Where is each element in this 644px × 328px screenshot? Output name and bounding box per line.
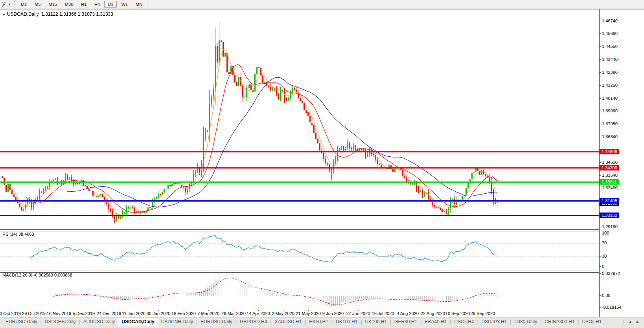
tab-scroll-right-icon[interactable]: ► xyxy=(634,320,642,324)
y-axis-tick: 1.46740 xyxy=(602,18,618,23)
y-axis-tick: 1.37950 xyxy=(602,121,618,126)
chart-tab-bar: EURUSD,Daily|USDCHF,Daily|AUDUSD,DailyUS… xyxy=(0,317,644,328)
rsi-scale-label: 0 xyxy=(602,264,604,269)
x-axis-date: 22 Aug 2020 xyxy=(421,311,445,316)
timeframe-button-w1[interactable]: W1 xyxy=(118,1,131,8)
y-axis-tick: 1.44550 xyxy=(602,44,618,49)
chart-tab-eurusd-daily[interactable]: EURUSD,Daily xyxy=(197,317,236,326)
x-axis-date: 16 Nov 2019 xyxy=(47,311,71,316)
y-axis-tick: 1.40140 xyxy=(602,96,618,101)
x-axis-date: 29 Oct 2019 xyxy=(22,311,46,316)
timeframe-button-m1[interactable]: M1 xyxy=(17,1,30,8)
timeframe-button-m5[interactable]: M5 xyxy=(31,1,44,8)
x-axis-date: 24 Dec 2019 xyxy=(97,311,121,316)
y-axis-tick: 1.33540 xyxy=(602,173,618,178)
x-axis-date: 27 Jun 2020 xyxy=(346,311,370,316)
chart-tab-usdcad-daily[interactable]: USDCAD,Daily xyxy=(118,317,158,326)
chart-tab-usoil-h1[interactable]: USOil,H1 xyxy=(579,317,605,326)
chart-title: ▼USDCAD,Daily 1.31122 1.31366 1.31073 1.… xyxy=(2,11,113,17)
tool-dropdown-caret-icon[interactable]: ▼ xyxy=(8,3,11,6)
chart-tab-gbpusd-h4[interactable]: GBPUSD,H4 xyxy=(237,317,270,326)
chart-tab-usdjpy-h1[interactable]: USDJPY,H1 xyxy=(478,317,510,326)
chart-tab-eurusd-daily[interactable]: EURUSD,Daily xyxy=(2,317,40,326)
timeframe-button-m15[interactable]: M15 xyxy=(45,1,60,8)
chart-tab-dj30-daily[interactable]: DJ30,Daily xyxy=(511,317,540,326)
pane-splitter[interactable] xyxy=(0,271,644,273)
chart-tab-china300-h1[interactable]: CHINA300,H1 xyxy=(541,317,578,326)
timeframe-button-d1[interactable]: D1 xyxy=(104,1,117,8)
rsi-scale-label: 30 xyxy=(602,254,607,258)
tab-separator: | xyxy=(623,319,624,324)
rsi-label: RSI(14) 38.4663 xyxy=(2,232,34,236)
y-axis-tick: 1.34650 xyxy=(602,160,618,165)
x-axis-date: 7 Mar 2020 xyxy=(197,311,219,316)
x-axis-date: 10 Sep 2020 xyxy=(445,311,470,316)
x-axis-date: 11 Jan 2020 xyxy=(122,311,145,316)
x-axis-date: 9 Jun 2020 xyxy=(322,311,344,316)
timeframe-button-mn[interactable]: MN xyxy=(132,1,146,8)
macd-scale-label: 0.00 xyxy=(602,293,610,298)
chart-window: ▼USDCAD,Daily 1.31122 1.31366 1.31073 1.… xyxy=(0,9,644,317)
chart-tab-usoil-h4[interactable]: USOil,H4 xyxy=(451,317,477,326)
chart-tab-usdchf-daily[interactable]: USDCHF,Daily xyxy=(42,317,79,326)
rsi-indicator-canvas[interactable] xyxy=(0,231,599,271)
x-axis-date: 26 Mar 2020 xyxy=(221,311,246,316)
x-axis-date: 14 Apr 2020 xyxy=(247,311,270,316)
x-axis-date: 18 Feb 2020 xyxy=(171,311,196,316)
macd-indicator-canvas[interactable] xyxy=(0,271,599,310)
hline-price-badge: 1.33011 xyxy=(600,179,619,185)
tab-scroll-left-icon[interactable]: ◄ xyxy=(626,320,634,324)
tab-scroll-controls: |◄► xyxy=(623,317,644,324)
y-axis-tick: 1.43440 xyxy=(602,57,618,62)
chart-ohlc-values: 1.31122 1.31366 1.31073 1.31333 xyxy=(41,11,113,17)
top-toolbar: ▼ M1M5M15M30H1H4D1W1MN xyxy=(0,0,644,9)
x-axis-date: 2 May 2020 xyxy=(272,311,294,316)
chart-tab-uk100-h1[interactable]: UK100,H1 xyxy=(333,317,361,326)
hline-price-badge: 1.30152 xyxy=(600,213,619,218)
rsi-scale-label: 70 xyxy=(602,240,607,245)
price-chart-canvas[interactable] xyxy=(0,9,599,229)
chart-tab-hk50-h1[interactable]: HK50,H1 xyxy=(306,317,331,326)
macd-scale-label: -0.018154 xyxy=(602,305,622,310)
timeframe-button-group: M1M5M15M30H1H4D1W1MN xyxy=(17,2,146,7)
rsi-scale-label: 100 xyxy=(602,231,609,235)
macd-label: MACD(12,26,9) -0.002563 0.000868 xyxy=(2,273,72,277)
macd-scale-label: 0.032972 xyxy=(602,271,620,276)
x-axis-date: 29 Sep 2020 xyxy=(471,311,495,316)
y-axis-tick: 1.45660 xyxy=(602,31,618,36)
y-axis-tick: 1.39060 xyxy=(602,108,618,113)
chart-symbol-label: USDCAD,Daily xyxy=(7,11,39,17)
toolbar-grip[interactable] xyxy=(14,1,15,7)
toolbar-separator xyxy=(149,1,149,7)
timeframe-button-h4[interactable]: H4 xyxy=(91,1,103,8)
x-axis-date: 5 Dec 2019 xyxy=(73,311,95,316)
chart-tab-ger30-h1[interactable]: GER30,H1 xyxy=(391,317,420,326)
y-axis-tick: 1.41250 xyxy=(602,83,618,88)
chart-tab-xauusd-h1[interactable]: XAUUSD,H1 xyxy=(271,317,305,326)
chart-dropdown-icon[interactable]: ▼ xyxy=(2,13,6,16)
y-axis-tick: 1.29160 xyxy=(602,224,618,229)
x-axis-date: 16 Jul 2020 xyxy=(372,311,394,316)
hline-price-badge: 1.31405 xyxy=(600,198,619,203)
chart-tab-usdcnh-daily[interactable]: USDCNH,Daily xyxy=(158,317,196,326)
hline-price-badge: 1.34206 xyxy=(600,165,619,170)
pane-splitter[interactable] xyxy=(0,229,644,231)
chart-tab-uk100-h1[interactable]: UK100,H1 xyxy=(362,317,390,326)
x-axis-date: 30 Jan 2020 xyxy=(147,311,171,316)
timeframe-button-h1[interactable]: H1 xyxy=(77,1,90,8)
chart-tab-audusd-daily[interactable]: AUDUSD,Daily xyxy=(80,317,118,326)
timeframe-button-m30[interactable]: M30 xyxy=(61,1,77,8)
x-axis-date: 21 May 2020 xyxy=(296,311,321,316)
crosshair-tool-icon[interactable] xyxy=(1,1,8,7)
price-axis[interactable]: 1.467401.456601.445501.434401.423601.412… xyxy=(599,9,644,317)
chart-tab-fra40-h1[interactable]: FRA40,H1 xyxy=(421,317,450,326)
y-axis-tick: 1.42360 xyxy=(602,70,618,75)
x-axis-date: 10 Oct 2019 xyxy=(0,311,21,316)
y-axis-tick: 1.36840 xyxy=(602,134,618,139)
y-axis-tick: 1.32460 xyxy=(602,185,618,190)
x-axis-date: 4 Aug 2020 xyxy=(397,311,419,316)
hline-price-badge: 1.35606 xyxy=(600,149,619,154)
